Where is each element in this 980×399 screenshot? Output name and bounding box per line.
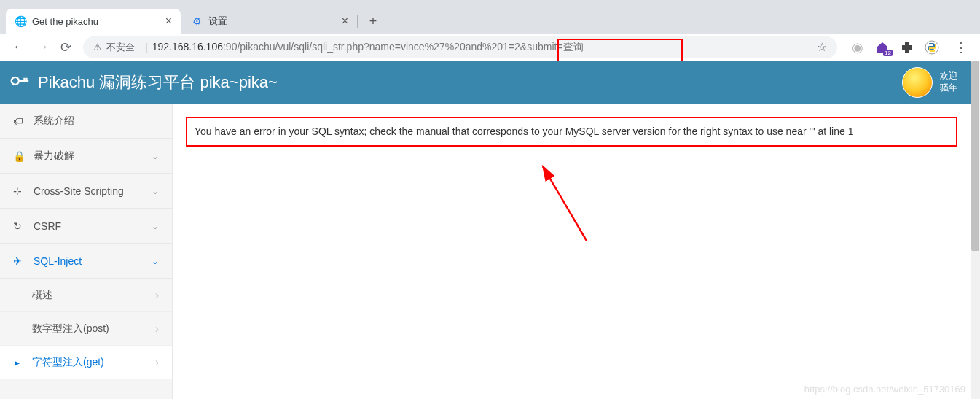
sidebar-item-xss[interactable]: ⊹ Cross-Site Scripting ⌄ xyxy=(0,174,172,209)
tag-icon: 🏷 xyxy=(13,115,28,127)
browser-toolbar: ← → ⟳ ⚠ 不安全 | 192.168.16.106:90/pikachu/… xyxy=(0,34,980,61)
extension-area: ◉ 12 ⋮ xyxy=(850,36,973,59)
sidebar-sub-label: 概述 xyxy=(32,289,52,302)
sidebar-sub-string[interactable]: 字符型注入(get) › xyxy=(0,346,172,379)
chevron-down-icon: ⌄ xyxy=(152,151,159,161)
security-indicator[interactable]: ⚠ 不安全 xyxy=(93,41,135,54)
tab-pikachu[interactable]: 🌐 Get the pikachu × xyxy=(6,9,181,34)
lock-icon: 🔒 xyxy=(13,150,28,162)
crosshair-icon: ⊹ xyxy=(13,185,28,197)
sidebar-sub-numeric[interactable]: 数字型注入(post) › xyxy=(0,312,172,346)
separator: | xyxy=(145,42,148,53)
close-tab-icon[interactable]: × xyxy=(342,15,348,28)
welcome-text: 欢迎 骚年 xyxy=(940,71,957,93)
vertical-scrollbar[interactable] xyxy=(971,61,980,399)
address-bar[interactable]: ⚠ 不安全 | 192.168.16.106:90/pikachu/vul/sq… xyxy=(83,36,837,58)
reload-button[interactable]: ⟳ xyxy=(54,36,77,59)
sidebar-sub-overview[interactable]: 概述 › xyxy=(0,279,172,312)
sql-error-message: You have an error in your SQL syntax; ch… xyxy=(186,117,957,147)
forward-button[interactable]: → xyxy=(31,36,54,59)
sidebar-item-sqlinject[interactable]: ✈ SQL-Inject ⌄ xyxy=(0,244,172,279)
bookmark-star-icon[interactable]: ☆ xyxy=(817,40,827,54)
chevron-down-icon: ⌄ xyxy=(152,221,159,231)
refresh-icon: ↻ xyxy=(13,220,28,232)
sidebar-item-label: CSRF xyxy=(34,220,61,232)
sidebar: 🏷 系统介绍 🔒 暴力破解 ⌄ ⊹ Cross-Site Scripting ⌄… xyxy=(0,104,173,399)
watermark: https://blog.csdn.net/weixin_51730169 xyxy=(804,384,965,395)
tab-title: Get the pikachu xyxy=(32,16,160,27)
scrollbar-thumb[interactable] xyxy=(971,61,979,251)
tab-separator xyxy=(357,15,358,28)
chevron-right-icon: › xyxy=(155,289,159,302)
sidebar-item-label: 暴力破解 xyxy=(34,150,74,163)
app-header: Pikachu 漏洞练习平台 pika~pika~ 欢迎 骚年 xyxy=(0,61,971,104)
tab-settings[interactable]: ⚙ 设置 × xyxy=(182,9,357,34)
chevron-right-icon: › xyxy=(155,356,159,369)
main-content: You have an error in your SQL syntax; ch… xyxy=(173,104,971,399)
close-tab-icon[interactable]: × xyxy=(165,15,172,28)
gear-icon: ⚙ xyxy=(191,15,203,27)
sidebar-item-intro[interactable]: 🏷 系统介绍 xyxy=(0,104,172,139)
sidebar-item-label: Cross-Site Scripting xyxy=(34,185,124,197)
insecure-label: 不安全 xyxy=(106,41,135,54)
url-text: 192.168.16.106:90/pikachu/vul/sqli/sqli_… xyxy=(152,41,811,54)
plane-icon: ✈ xyxy=(13,255,28,267)
profile-icon[interactable]: ◉ xyxy=(850,40,865,55)
browser-menu-button[interactable]: ⋮ xyxy=(949,36,973,59)
tab-title: 设置 xyxy=(208,15,336,28)
sidebar-sub-label: 字符型注入(get) xyxy=(32,356,104,369)
sidebar-item-label: SQL-Inject xyxy=(34,255,82,267)
back-button[interactable]: ← xyxy=(7,36,31,59)
home-extension-icon[interactable]: 12 xyxy=(875,40,890,55)
app-title: Pikachu 漏洞练习平台 pika~pika~ xyxy=(38,71,278,93)
sidebar-item-label: 系统介绍 xyxy=(34,115,74,128)
sidebar-item-bruteforce[interactable]: 🔒 暴力破解 ⌄ xyxy=(0,139,172,174)
warning-icon: ⚠ xyxy=(93,42,102,53)
python-extension-icon[interactable] xyxy=(925,40,939,55)
globe-icon: 🌐 xyxy=(15,15,26,27)
sidebar-item-csrf[interactable]: ↻ CSRF ⌄ xyxy=(0,209,172,244)
chevron-down-icon: ⌄ xyxy=(152,256,159,266)
tab-strip: 🌐 Get the pikachu × ⚙ 设置 × + xyxy=(0,0,980,34)
pikachu-avatar[interactable] xyxy=(902,67,933,98)
chevron-right-icon: › xyxy=(155,322,159,336)
extensions-puzzle-icon[interactable] xyxy=(900,40,914,55)
badge: 12 xyxy=(883,50,893,56)
new-tab-button[interactable]: + xyxy=(363,11,383,31)
chevron-down-icon: ⌄ xyxy=(152,186,159,196)
sidebar-sub-label: 数字型注入(post) xyxy=(32,322,109,336)
key-icon xyxy=(8,69,36,96)
